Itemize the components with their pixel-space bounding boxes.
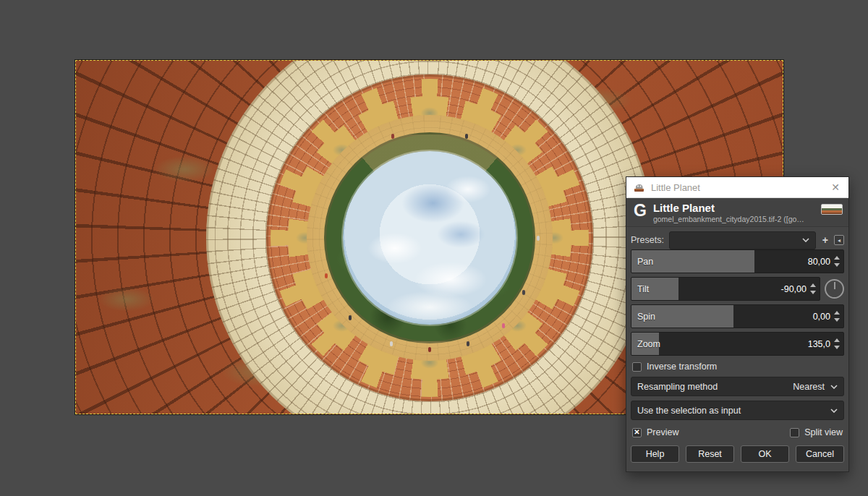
image-filename: gomel_embankment_cityday2015.tif-2 ([go…: [653, 215, 821, 223]
person-figure: [502, 323, 505, 328]
zoom-value[interactable]: 135,0: [808, 339, 830, 349]
chevron-down-icon: [802, 238, 809, 242]
cancel-button[interactable]: Cancel: [796, 445, 844, 463]
split-view-label: Split view: [804, 427, 843, 437]
person-figure: [467, 341, 469, 346]
spinner-down-icon[interactable]: [834, 263, 840, 267]
presets-label: Presets:: [631, 235, 664, 245]
resampling-label: Resampling method: [637, 382, 718, 392]
help-button[interactable]: Help: [631, 445, 679, 463]
presets-dropdown[interactable]: [669, 231, 816, 249]
person-figure: [390, 341, 393, 346]
tilt-label: Tilt: [637, 284, 649, 294]
resampling-dropdown[interactable]: Resampling method Nearest: [631, 377, 844, 396]
gegl-logo-icon: G: [634, 202, 647, 223]
resampling-value: Nearest: [793, 382, 825, 392]
person-figure: [428, 347, 431, 352]
spinner-up-icon[interactable]: [834, 311, 840, 315]
inverse-transform-label: Inverse transform: [647, 362, 717, 372]
preview-checkbox[interactable]: ✕: [632, 428, 642, 437]
gimp-wilber-icon: [634, 182, 645, 192]
tilt-dial[interactable]: [825, 279, 844, 299]
spin-row: Spin 0,00: [631, 304, 844, 328]
sky-circle: [343, 151, 516, 325]
ok-button[interactable]: OK: [741, 445, 789, 463]
split-view-checkbox[interactable]: [790, 428, 799, 437]
presets-row: Presets: + ◂: [631, 231, 844, 249]
person-figure: [349, 315, 352, 320]
inverse-transform-row: Inverse transform: [632, 361, 843, 372]
dialog-titlebar[interactable]: Little Planet ✕: [626, 177, 848, 198]
spinner-down-icon[interactable]: [834, 346, 840, 349]
dialog-buttons: Help Reset OK Cancel: [631, 445, 844, 463]
chevron-down-icon: [830, 409, 838, 413]
pan-label: Pan: [637, 257, 653, 267]
spin-slider[interactable]: Spin 0,00: [631, 304, 844, 328]
preview-row: ✕ Preview Split view: [632, 427, 843, 438]
selection-input-label: Use the selection as input: [637, 406, 741, 416]
spinner-down-icon[interactable]: [810, 291, 816, 294]
preset-menu-icon[interactable]: ◂: [834, 235, 844, 245]
dialog-header: G Little Planet gomel_embankment_cityday…: [626, 198, 848, 227]
tilt-slider[interactable]: Tilt -90,00: [631, 277, 820, 301]
reset-button[interactable]: Reset: [686, 445, 734, 463]
pan-value[interactable]: 80,00: [808, 257, 830, 267]
person-figure: [391, 134, 394, 139]
person-figure: [537, 236, 540, 241]
tilt-row: Tilt -90,00: [631, 277, 844, 301]
spin-label: Spin: [637, 312, 655, 322]
zoom-row: Zoom 135,0: [631, 332, 844, 356]
selection-input-dropdown[interactable]: Use the selection as input: [631, 401, 844, 420]
spinner-up-icon[interactable]: [834, 256, 840, 260]
dialog-title: Little Planet: [651, 182, 830, 193]
close-icon[interactable]: ✕: [830, 181, 841, 193]
spinner-down-icon[interactable]: [834, 318, 840, 322]
person-figure: [522, 290, 525, 295]
little-planet-dialog: Little Planet ✕ G Little Planet gomel_em…: [626, 176, 849, 472]
pan-slider[interactable]: Pan 80,00: [631, 249, 844, 273]
inverse-transform-checkbox[interactable]: [632, 362, 642, 372]
zoom-slider[interactable]: Zoom 135,0: [631, 332, 844, 356]
spinner-up-icon[interactable]: [834, 338, 840, 342]
add-preset-button[interactable]: +: [822, 235, 828, 245]
chevron-down-icon: [830, 385, 838, 389]
spinner-up-icon[interactable]: [810, 283, 816, 287]
layer-thumbnail: [821, 204, 843, 215]
zoom-label: Zoom: [637, 339, 660, 349]
tilt-value[interactable]: -90,00: [781, 284, 807, 294]
preview-label: Preview: [647, 427, 678, 437]
filter-title: Little Planet: [653, 202, 821, 214]
spin-value[interactable]: 0,00: [813, 312, 830, 322]
person-figure: [325, 273, 328, 278]
person-figure: [465, 134, 468, 139]
pan-row: Pan 80,00: [631, 249, 844, 273]
